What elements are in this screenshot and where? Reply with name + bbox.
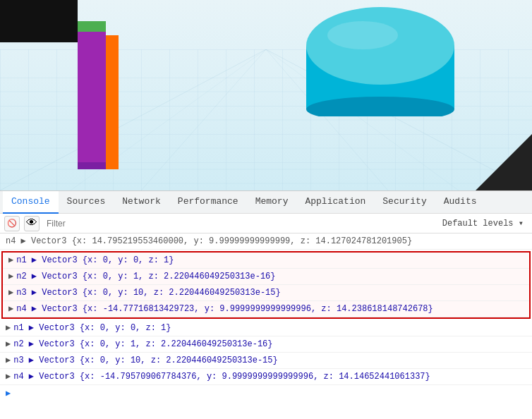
tab-memory[interactable]: Memory: [247, 191, 297, 214]
highlighted-log-line-3: ▶ n4 ▶ Vector3 {x: -14.77716813429723, y…: [3, 301, 529, 317]
console-prompt[interactable]: ▶: [0, 385, 532, 401]
svg-rect-18: [106, 35, 119, 169]
devtools-panel: Console Sources Network Performance Memo…: [0, 190, 532, 417]
normal-log-line-3: ▶ n4 ▶ Vector3 {x: -14.795709067784376, …: [0, 369, 532, 385]
truncated-log-line: n4 ▶ Vector3 {x: 14.795219553460000, y: …: [0, 233, 532, 250]
highlighted-log-line-2: ▶ n3 ▶ Vector3 {x: 0, y: 10, z: 2.220446…: [3, 285, 529, 301]
svg-rect-16: [78, 21, 106, 32]
highlighted-log-line-0: ▶ n1 ▶ Vector3 {x: 0, y: 0, z: 1}: [3, 253, 529, 269]
filter-icon-button[interactable]: 👁: [24, 216, 40, 231]
normal-log-text-1: n2 ▶ Vector3 {x: 0, y: 1, z: 2.220446049…: [13, 338, 272, 351]
highlighted-log-group: ▶ n1 ▶ Vector3 {x: 0, y: 0, z: 1} ▶ n2 ▶…: [1, 251, 531, 319]
corner-black: [0, 0, 78, 42]
log-text-1: n2 ▶ Vector3 {x: 0, y: 1, z: 2.220446049…: [16, 270, 275, 283]
tab-audits[interactable]: Audits: [435, 191, 485, 214]
tab-sources[interactable]: Sources: [59, 191, 114, 214]
clear-console-button[interactable]: 🚫: [4, 216, 20, 231]
highlighted-log-line-1: ▶ n2 ▶ Vector3 {x: 0, y: 1, z: 2.2204460…: [3, 269, 529, 285]
expand-arrow-3[interactable]: ▶: [8, 303, 13, 315]
console-toolbar: 🚫 👁 Default levels ▾: [0, 214, 532, 233]
expand-arrow-2[interactable]: ▶: [8, 286, 13, 299]
expand-arrow-n0[interactable]: ▶: [6, 322, 11, 334]
expand-arrow-n1[interactable]: ▶: [6, 338, 11, 351]
expand-arrow-0[interactable]: ▶: [8, 254, 13, 267]
filter-input[interactable]: [44, 217, 434, 231]
3d-viewport: [0, 0, 532, 190]
svg-rect-17: [78, 32, 106, 169]
tab-console[interactable]: Console: [3, 191, 59, 214]
prompt-symbol: ▶: [6, 389, 11, 399]
default-levels-dropdown[interactable]: Default levels ▾: [438, 218, 528, 229]
expand-arrow-1[interactable]: ▶: [8, 270, 13, 283]
log-text-3: n4 ▶ Vector3 {x: -14.77716813429723, y: …: [16, 303, 433, 315]
expand-arrow-n3[interactable]: ▶: [6, 370, 11, 383]
truncated-line-text: n4 ▶ Vector3 {x: 14.795219553460000, y: …: [6, 235, 412, 248]
normal-log-text-3: n4 ▶ Vector3 {x: -14.795709067784376, y:…: [13, 370, 430, 383]
normal-log-text-2: n3 ▶ Vector3 {x: 0, y: 10, z: 2.22044604…: [13, 354, 277, 367]
normal-log-line-1: ▶ n2 ▶ Vector3 {x: 0, y: 1, z: 2.2204460…: [0, 336, 532, 353]
svg-rect-19: [78, 162, 106, 169]
normal-log-line-2: ▶ n3 ▶ Vector3 {x: 0, y: 10, z: 2.220446…: [0, 353, 532, 369]
tab-security[interactable]: Security: [374, 191, 435, 214]
bar-shape: [78, 21, 120, 169]
cyan-shape: [299, 4, 461, 116]
normal-log-text-0: n1 ▶ Vector3 {x: 0, y: 0, z: 1}: [13, 322, 171, 334]
normal-log-line-0: ▶ n1 ▶ Vector3 {x: 0, y: 0, z: 1}: [0, 320, 532, 336]
tab-application[interactable]: Application: [296, 191, 374, 214]
tab-bar: Console Sources Network Performance Memo…: [0, 191, 532, 214]
expand-arrow-n2[interactable]: ▶: [6, 354, 11, 367]
svg-point-15: [327, 21, 398, 49]
log-text-0: n1 ▶ Vector3 {x: 0, y: 0, z: 1}: [16, 254, 174, 267]
log-text-2: n3 ▶ Vector3 {x: 0, y: 10, z: 2.22044604…: [16, 286, 280, 299]
console-output: n4 ▶ Vector3 {x: 14.795219553460000, y: …: [0, 233, 532, 417]
tab-network[interactable]: Network: [114, 191, 169, 214]
tab-performance[interactable]: Performance: [169, 191, 247, 214]
